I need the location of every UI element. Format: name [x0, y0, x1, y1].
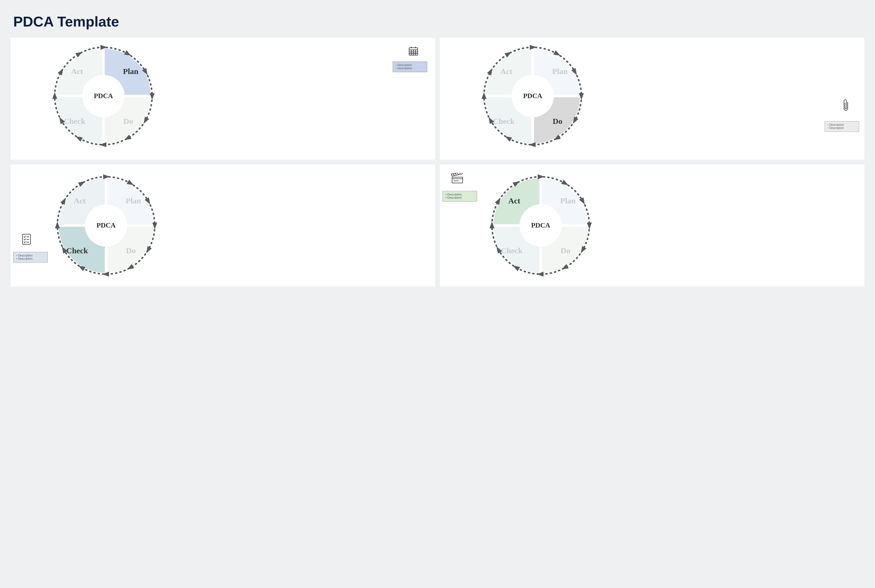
svg-marker-6: [150, 93, 154, 100]
svg-line-77: [455, 173, 457, 176]
description-item: Description: [396, 63, 424, 67]
svg-marker-66: [560, 264, 569, 272]
svg-marker-32: [553, 135, 561, 142]
svg-marker-11: [57, 116, 65, 124]
svg-marker-14: [75, 50, 84, 57]
description-item: Description: [445, 193, 474, 196]
description-item: Description: [16, 257, 45, 260]
svg-rect-73: [452, 177, 463, 183]
svg-marker-9: [99, 142, 106, 147]
panel-check: PDCA Plan Do Check Act Description Descr…: [10, 165, 435, 286]
pdca-cycle: PDCA Plan Do Check Act: [482, 46, 583, 146]
svg-marker-70: [490, 222, 494, 228]
svg-marker-46: [144, 246, 152, 254]
description-item: Description: [445, 196, 474, 199]
svg-marker-69: [494, 245, 502, 254]
pdca-cycle: PDCA Plan Do Check Act: [56, 175, 156, 276]
clapper-icon: [451, 173, 464, 186]
panel-act: PDCA Plan Do Check Act Description: [440, 165, 865, 286]
description-item: Description: [827, 123, 856, 126]
arrow-ring: [487, 172, 594, 279]
svg-marker-33: [529, 142, 536, 147]
svg-point-60: [492, 177, 589, 274]
description-item: Description: [396, 67, 424, 70]
description-box: Description Description: [13, 252, 48, 262]
panel-plan: PDCA Plan Do Check Act Description Descr…: [10, 38, 435, 160]
description-box: Description Description: [442, 191, 477, 202]
svg-marker-12: [52, 92, 57, 99]
svg-marker-27: [530, 45, 537, 50]
page-title: PDCA Template: [13, 13, 865, 30]
svg-point-41: [57, 177, 154, 274]
svg-marker-31: [571, 117, 578, 125]
arrow-ring: [479, 42, 586, 150]
svg-point-2: [55, 47, 152, 144]
svg-marker-30: [579, 93, 584, 100]
svg-marker-51: [55, 222, 60, 228]
description-item: Description: [16, 254, 45, 257]
description-box: Description Description: [393, 62, 427, 72]
svg-marker-53: [78, 179, 86, 187]
svg-marker-65: [579, 246, 586, 254]
pdca-cycle: PDCA Plan Do Check Act: [53, 46, 154, 146]
svg-marker-3: [100, 45, 107, 50]
arrow-ring: [52, 172, 160, 279]
svg-marker-71: [495, 196, 503, 205]
svg-line-76: [453, 174, 454, 176]
arrow-ring: [50, 42, 157, 150]
pdca-cycle: PDCA Plan Do Check Act: [490, 175, 591, 276]
svg-marker-13: [58, 67, 66, 75]
svg-marker-47: [126, 264, 134, 272]
svg-marker-37: [487, 67, 495, 75]
description-box: Description Description: [825, 121, 859, 132]
svg-marker-45: [152, 222, 157, 230]
svg-marker-52: [60, 196, 68, 205]
svg-marker-64: [587, 222, 592, 230]
svg-marker-42: [103, 174, 110, 179]
svg-marker-36: [481, 92, 486, 99]
calendar-icon: [408, 45, 419, 58]
svg-point-26: [484, 47, 581, 144]
svg-rect-74: [452, 177, 463, 179]
svg-rect-75: [451, 173, 462, 176]
panel-grid: PDCA Plan Do Check Act Description Descr…: [10, 38, 865, 286]
svg-marker-8: [123, 135, 132, 142]
svg-marker-61: [538, 174, 545, 179]
svg-marker-38: [505, 50, 513, 57]
svg-marker-48: [102, 272, 109, 276]
panel-do: PDCA Plan Do Check Act Description Descr…: [440, 38, 865, 160]
description-item: Description: [827, 126, 856, 129]
svg-marker-7: [142, 117, 149, 125]
paperclip-icon: [842, 98, 850, 113]
svg-marker-35: [487, 116, 494, 124]
checklist-icon: [21, 233, 32, 247]
svg-marker-72: [512, 179, 521, 187]
svg-marker-50: [60, 245, 67, 254]
svg-marker-67: [537, 272, 544, 276]
